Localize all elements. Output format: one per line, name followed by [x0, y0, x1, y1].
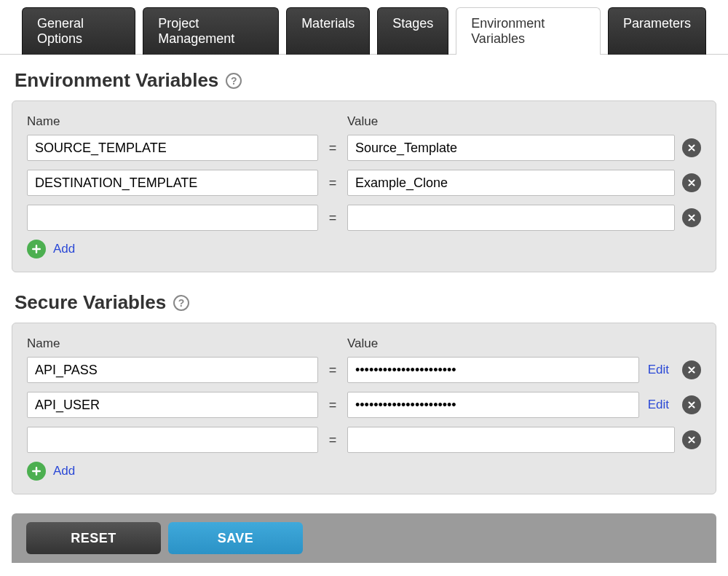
tab-parameters[interactable]: Parameters: [608, 7, 706, 55]
tab-general-options[interactable]: General Options: [22, 7, 135, 55]
secure-var-name-input[interactable]: [27, 427, 318, 453]
column-label-value: Value: [347, 336, 701, 351]
close-icon: [687, 400, 697, 410]
add-env-var-button[interactable]: Add: [27, 240, 701, 259]
edit-link[interactable]: Edit: [648, 398, 669, 412]
equals-sign: =: [318, 210, 347, 226]
env-vars-panel: Name Value = = =: [12, 100, 716, 272]
add-secure-var-label: Add: [53, 464, 75, 478]
content-area: Environment Variables ? Name Value = =: [0, 55, 728, 494]
section-env-vars-title-text: Environment Variables: [15, 69, 218, 92]
delete-row-button[interactable]: [682, 395, 701, 414]
secure-var-row: = Edit: [27, 392, 701, 418]
secure-var-value-input[interactable]: [347, 427, 675, 453]
column-label-name: Name: [27, 336, 318, 351]
equals-sign: =: [318, 433, 347, 448]
tab-project-management[interactable]: Project Management: [143, 7, 279, 55]
plus-icon: [27, 462, 46, 481]
section-env-vars-title: Environment Variables ?: [15, 69, 716, 92]
delete-row-button[interactable]: [682, 360, 701, 379]
edit-link[interactable]: Edit: [648, 363, 669, 377]
tabs-bar: General Options Project Management Mater…: [0, 7, 728, 55]
env-var-row: =: [27, 205, 701, 231]
env-vars-header-row: Name Value: [27, 114, 701, 129]
close-icon: [687, 365, 697, 375]
delete-row-button[interactable]: [682, 208, 701, 227]
section-secure-vars-title-text: Secure Variables: [15, 291, 166, 314]
column-label-name: Name: [27, 114, 318, 129]
equals-sign: =: [318, 175, 347, 191]
secure-var-name-input[interactable]: [27, 392, 318, 418]
env-var-value-input[interactable]: [347, 170, 675, 196]
equals-sign: =: [318, 363, 347, 378]
env-var-value-input[interactable]: [347, 135, 675, 161]
add-env-var-label: Add: [53, 242, 75, 256]
delete-row-button[interactable]: [682, 173, 701, 192]
add-secure-var-button[interactable]: Add: [27, 462, 701, 481]
env-var-name-input[interactable]: [27, 170, 318, 196]
secure-var-name-input[interactable]: [27, 357, 318, 383]
tab-materials[interactable]: Materials: [286, 7, 370, 55]
secure-var-value-input[interactable]: [347, 357, 639, 383]
secure-var-value-input[interactable]: [347, 392, 639, 418]
help-icon[interactable]: ?: [173, 295, 189, 311]
close-icon: [687, 435, 697, 445]
secure-var-row: = Edit: [27, 357, 701, 383]
secure-vars-header-row: Name Value: [27, 336, 701, 351]
save-button[interactable]: SAVE: [168, 522, 303, 554]
env-var-value-input[interactable]: [347, 205, 675, 231]
env-var-row: =: [27, 170, 701, 196]
tab-stages[interactable]: Stages: [377, 7, 448, 55]
footer-bar: RESET SAVE: [12, 513, 716, 563]
secure-vars-panel: Name Value = Edit = Edit =: [12, 323, 716, 494]
env-var-name-input[interactable]: [27, 205, 318, 231]
help-icon[interactable]: ?: [226, 73, 242, 89]
env-var-row: =: [27, 135, 701, 161]
env-var-name-input[interactable]: [27, 135, 318, 161]
plus-icon: [27, 240, 46, 259]
equals-sign: =: [318, 398, 347, 413]
delete-row-button[interactable]: [682, 430, 701, 449]
close-icon: [687, 143, 697, 153]
equals-sign: =: [318, 141, 347, 156]
close-icon: [687, 213, 697, 223]
section-secure-vars-title: Secure Variables ?: [15, 291, 716, 314]
tab-environment-variables[interactable]: Environment Variables: [456, 7, 601, 55]
column-label-value: Value: [347, 114, 701, 129]
delete-row-button[interactable]: [682, 138, 701, 157]
reset-button[interactable]: RESET: [26, 522, 161, 554]
secure-var-row: =: [27, 427, 701, 453]
close-icon: [687, 178, 697, 188]
